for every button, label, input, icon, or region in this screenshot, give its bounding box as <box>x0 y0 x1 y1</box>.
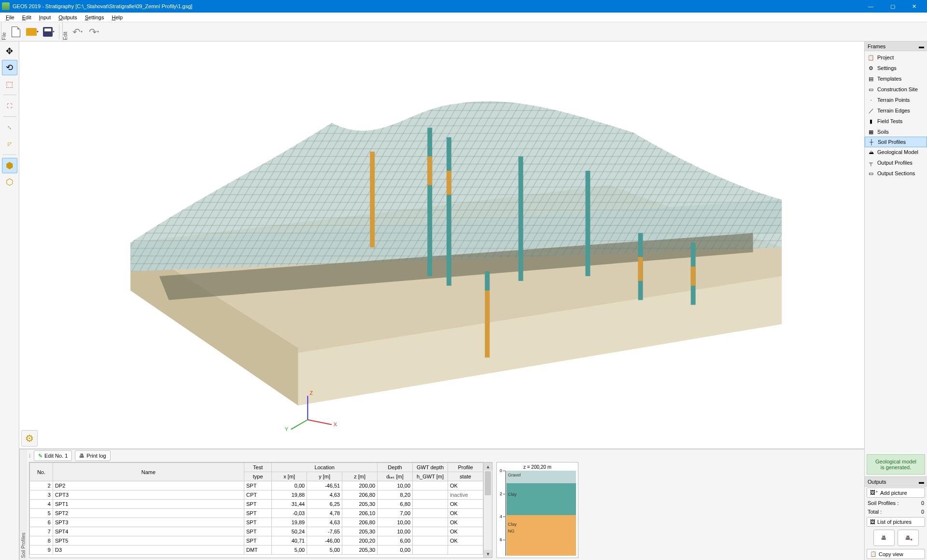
frame-item-label: Templates <box>877 76 901 82</box>
menu-edit[interactable]: Edit <box>18 14 35 21</box>
main-toolbar: File ▾ ▾ Edit ↶▾ ↷▾ <box>0 22 927 42</box>
perspective-button[interactable]: ◸ <box>2 136 17 152</box>
preview-scale-label: 4 <box>500 514 502 519</box>
bottom-panel: Soil Profiles ⁞ ✎Edit No. 1 🖶Print log N… <box>19 449 864 560</box>
frame-item-settings[interactable]: ⚙Settings <box>865 63 927 73</box>
frame-item-icon: ／ <box>868 107 874 114</box>
frame-item-label: Geological Model <box>877 149 918 155</box>
redo-button[interactable]: ↷▾ <box>86 25 101 39</box>
frame-item-field-tests[interactable]: ▮Field Tests <box>865 116 927 126</box>
frame-item-label: Terrain Points <box>877 97 910 103</box>
copy-view-button[interactable]: 📋Copy view <box>867 549 925 559</box>
table-row[interactable]: 5SPT2SPT-0,034,78206,107,00OK <box>30 509 483 518</box>
table-row[interactable]: 8SPT5SPT40,71-46,00200,206,00OK <box>30 536 483 546</box>
svg-text:X: X <box>334 421 337 427</box>
svg-rect-13 <box>638 257 643 281</box>
table-row[interactable]: 6SPT3SPT19,894,63206,8010,00OK <box>30 518 483 527</box>
table-row[interactable]: 2DP2SPT0,00-46,51200,0010,00OK <box>30 481 483 490</box>
menu-outputs[interactable]: Outputs <box>55 14 81 21</box>
menu-settings[interactable]: Settings <box>81 14 108 21</box>
fit-view-button[interactable]: ⛶ <box>2 98 17 113</box>
collapse-outputs-icon[interactable]: ▬ <box>919 479 924 485</box>
svg-rect-10 <box>519 156 523 281</box>
preview-scale-label: 6 <box>500 537 502 542</box>
wireframe-view-button[interactable]: ⬡ <box>2 174 17 190</box>
table-row[interactable]: 9D3DMT5,005,00205,300,00not defined <box>30 546 483 555</box>
table-scrollbar[interactable]: ▴▾ <box>483 462 492 558</box>
print-color-button[interactable]: 🖶● <box>898 530 919 546</box>
frame-item-soils[interactable]: ▦Soils <box>865 126 927 137</box>
3d-viewport[interactable]: Z X Y ⚙ <box>19 42 864 449</box>
soil-profiles-count: Soil Profiles :0 <box>865 499 927 507</box>
frame-item-icon: ▤ <box>868 75 874 82</box>
frame-item-label: Terrain Edges <box>877 108 910 113</box>
table-row[interactable]: 4SPT1SPT31,446,25205,306,80OK <box>30 500 483 509</box>
menu-help[interactable]: Help <box>108 14 127 21</box>
frame-item-terrain-edges[interactable]: ／Terrain Edges <box>865 105 927 116</box>
viewport-settings-button[interactable]: ⚙ <box>21 430 38 447</box>
solid-view-button[interactable]: ⬢ <box>2 158 17 173</box>
frame-item-project[interactable]: 📋Project <box>865 52 927 63</box>
frame-item-output-sections[interactable]: ▭Output Sections <box>865 168 927 179</box>
frame-item-terrain-points[interactable]: ·Terrain Points <box>865 95 927 105</box>
zoom-window-button[interactable]: ⬚ <box>2 76 17 92</box>
app-icon <box>2 2 10 10</box>
table-row[interactable]: 7SPT4SPT50,24-7,65205,3010,00OK <box>30 527 483 536</box>
add-picture-button[interactable]: 🖼⁺Add picture <box>867 488 925 498</box>
frame-item-icon: ▮ <box>868 118 874 125</box>
frame-item-icon: ┬ <box>868 159 874 166</box>
svg-rect-17 <box>485 271 490 291</box>
svg-text:Y: Y <box>285 426 289 432</box>
undo-button[interactable]: ↶▾ <box>70 25 84 39</box>
frame-item-output-profiles[interactable]: ┬Output Profiles <box>865 157 927 168</box>
frame-item-templates[interactable]: ▤Templates <box>865 73 927 84</box>
close-button[interactable]: ✕ <box>903 0 925 13</box>
frame-item-label: Field Tests <box>877 118 902 124</box>
window-title: GEO5 2019 - Stratigraphy [C:\_Stahovat\S… <box>13 3 860 9</box>
pan-button[interactable]: ✥ <box>2 43 17 59</box>
view-toolbar: ✥ ⟲ ⬚ ⛶ ⤡ ◸ ⬢ ⬡ <box>0 42 19 560</box>
frame-item-icon: ┼ <box>868 139 875 145</box>
frame-item-icon: ⛰ <box>868 149 874 155</box>
new-button[interactable] <box>9 25 23 39</box>
toolbar-group-edit: Edit <box>62 22 68 41</box>
table-row[interactable]: 3CPT3CPT19,884,63206,808,20inactive <box>30 490 483 500</box>
frame-item-icon: 📋 <box>868 54 874 61</box>
svg-rect-9 <box>447 171 451 195</box>
svg-rect-11 <box>586 171 590 276</box>
profiles-table[interactable]: No. Name Test Location Depth GWT depth P… <box>29 462 492 558</box>
frame-item-label: Output Profiles <box>877 160 913 166</box>
frame-item-label: Construction Site <box>877 86 918 92</box>
title-bar: GEO5 2019 - Stratigraphy [C:\_Stahovat\S… <box>0 0 927 13</box>
list-pictures-button[interactable]: 🖼List of pictures <box>867 517 925 527</box>
frame-item-label: Settings <box>877 65 897 71</box>
frame-item-icon: ▭ <box>868 86 874 93</box>
preview-scale-label: 2 <box>500 491 502 496</box>
print-button[interactable]: 🖶 <box>873 530 895 546</box>
svg-text:Z: Z <box>309 390 313 396</box>
maximize-button[interactable]: ▢ <box>882 0 903 13</box>
open-button[interactable]: ▾ <box>25 25 40 39</box>
frames-header: Frames▬ <box>865 42 927 51</box>
preview-scale-label: 0 <box>500 468 502 473</box>
total-count: Total :0 <box>865 507 927 516</box>
svg-rect-15 <box>691 266 696 286</box>
frame-item-icon: ▭ <box>868 170 874 177</box>
save-button[interactable]: ▾ <box>42 25 56 39</box>
menu-file[interactable]: File <box>2 14 18 21</box>
preview-layer-label: Clay <box>508 522 517 527</box>
edit-row-button[interactable]: ✎Edit No. 1 <box>34 450 72 461</box>
axes-toggle-button[interactable]: ⤡ <box>2 120 17 135</box>
frame-item-geological-model[interactable]: ⛰Geological Model <box>865 147 927 157</box>
frame-item-label: Output Sections <box>877 170 915 176</box>
rotate-button[interactable]: ⟲ <box>2 60 17 75</box>
frame-item-icon: ▦ <box>868 128 874 135</box>
minimize-button[interactable]: — <box>860 0 882 13</box>
svg-rect-8 <box>447 137 451 285</box>
frame-item-construction-site[interactable]: ▭Construction Site <box>865 84 927 95</box>
print-log-button[interactable]: 🖶Print log <box>75 450 110 461</box>
menu-input[interactable]: Input <box>35 14 55 21</box>
preview-z-label: z = 200,20 m <box>499 464 576 470</box>
frame-item-soil-profiles[interactable]: ┼Soil Profiles <box>865 137 927 147</box>
collapse-frames-icon[interactable]: ▬ <box>919 43 924 49</box>
